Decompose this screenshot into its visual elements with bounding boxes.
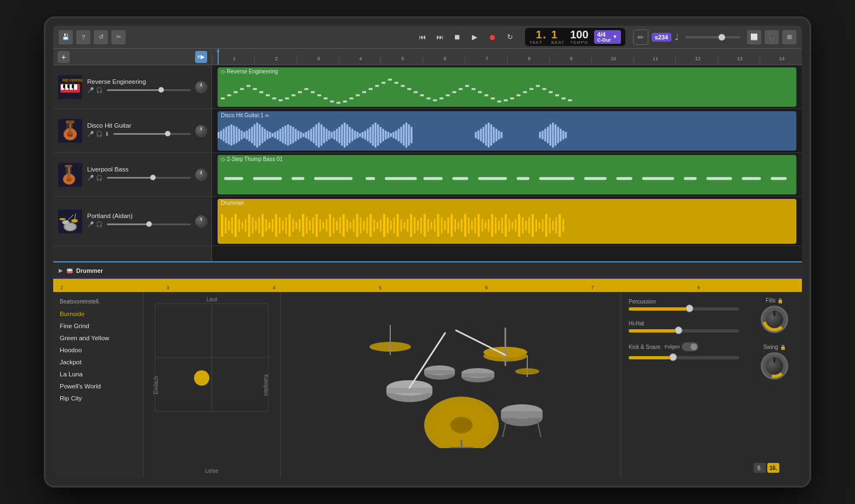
svg-rect-56 bbox=[337, 102, 340, 104]
track-item-liverpool-bass[interactable]: Liverpool Bass 🎤 🎧 bbox=[53, 153, 212, 197]
rewind-button[interactable]: ⏮ bbox=[414, 30, 430, 45]
drum-pad-area[interactable]: Laut Leise Einfach Komplex bbox=[144, 292, 281, 478]
add-track-button[interactable]: + bbox=[58, 51, 70, 63]
svg-rect-165 bbox=[403, 124, 405, 146]
headphone-icon-bass[interactable]: 🎧 bbox=[96, 175, 102, 181]
track-volume-guitar[interactable] bbox=[113, 133, 191, 135]
music-note-icon[interactable]: ♩ bbox=[675, 32, 679, 42]
svg-rect-210 bbox=[225, 217, 227, 233]
fills-knob[interactable] bbox=[761, 306, 788, 333]
track-pan-knob-portland[interactable] bbox=[195, 215, 207, 227]
svg-rect-241 bbox=[329, 214, 332, 237]
save-button[interactable]: 💾 bbox=[59, 30, 73, 44]
ruler-mark-13: 13 bbox=[717, 56, 760, 63]
track-volume-portland[interactable] bbox=[107, 224, 191, 225]
headphone-icon-guitar[interactable]: 🎧 bbox=[96, 131, 102, 137]
svg-rect-242 bbox=[333, 217, 335, 233]
track-filter-button[interactable]: ≡▶ bbox=[195, 51, 207, 63]
svg-rect-113 bbox=[269, 132, 271, 138]
beat-num-8[interactable]: 8. bbox=[754, 463, 766, 473]
track-item-disco-guitar[interactable]: Disco Hit Guitar 🎤 🎧 ⬇ bbox=[53, 109, 212, 153]
mic-icon-guitar[interactable]: 🎤 bbox=[87, 131, 94, 137]
svg-rect-106 bbox=[251, 127, 253, 144]
waveform-reverse[interactable]: ◇ Reverse Engineering bbox=[218, 67, 796, 107]
export-button[interactable]: ⬜ bbox=[747, 30, 761, 44]
svg-rect-256 bbox=[380, 219, 382, 232]
kick-snare-slider[interactable] bbox=[629, 356, 739, 359]
play-button[interactable]: ▶ bbox=[467, 30, 482, 45]
svg-rect-127 bbox=[305, 132, 307, 138]
svg-rect-162 bbox=[395, 131, 397, 140]
record-button[interactable]: ⏺ bbox=[485, 30, 500, 45]
swing-knob[interactable] bbox=[761, 352, 788, 380]
preset-la-luna[interactable]: La Luna bbox=[53, 368, 143, 380]
svg-rect-164 bbox=[400, 127, 402, 144]
track-pan-knob-guitar[interactable] bbox=[195, 125, 207, 137]
svg-rect-214 bbox=[238, 219, 241, 232]
svg-rect-308 bbox=[555, 217, 557, 233]
ruler-mark-9: 9 bbox=[549, 56, 591, 63]
track-pan-knob-bass[interactable] bbox=[195, 169, 207, 181]
svg-rect-274 bbox=[441, 217, 443, 233]
preset-rip-city[interactable]: Rip City bbox=[53, 392, 143, 404]
track-item-portland[interactable]: Portland (Aidan) 🎤 🎧 bbox=[53, 197, 212, 246]
preset-fine-grind[interactable]: Fine Grind bbox=[53, 320, 143, 332]
track-row-drummer: Drummer bbox=[212, 197, 802, 246]
preset-list: Beatsvoreinstell. Burnside Fine Grind Gr… bbox=[53, 292, 144, 478]
svg-rect-232 bbox=[299, 219, 301, 232]
help-button[interactable]: ? bbox=[76, 30, 90, 44]
percussion-slider[interactable] bbox=[629, 307, 739, 311]
waveform-guitar[interactable]: Disco Hit Guitar.1 ∞ /* SVG inline scrip… bbox=[218, 111, 796, 151]
hihat-slider[interactable] bbox=[629, 329, 739, 333]
preset-green-yellow[interactable]: Green and Yellow bbox=[53, 332, 143, 344]
svg-rect-227 bbox=[282, 220, 284, 230]
fastforward-button[interactable]: ⏭ bbox=[432, 30, 447, 45]
mic-icon[interactable]: 🎤 bbox=[87, 87, 94, 93]
preset-powells-world[interactable]: Powell's World bbox=[53, 380, 143, 392]
track-volume-reverse[interactable] bbox=[107, 89, 191, 91]
svg-rect-45 bbox=[266, 94, 270, 96]
track-volume-bass[interactable] bbox=[107, 177, 191, 179]
track-item-reverse-engineering[interactable]: REVERSE Reverse Engineering 🎤 🎧 bbox=[53, 65, 212, 109]
pencil-button[interactable]: ✏ bbox=[633, 30, 648, 45]
headphones-button[interactable]: 🎧 bbox=[765, 30, 779, 44]
svg-rect-99 bbox=[233, 125, 235, 144]
stop-button[interactable]: ⏹ bbox=[449, 30, 465, 45]
headphone-icon-portland[interactable]: 🎧 bbox=[96, 221, 102, 227]
svg-rect-63 bbox=[381, 82, 385, 83]
svg-rect-144 bbox=[349, 127, 351, 144]
scissors-button[interactable]: ✂ bbox=[111, 30, 126, 44]
svg-rect-97 bbox=[228, 125, 230, 144]
download-icon-guitar[interactable]: ⬇ bbox=[105, 131, 109, 137]
share-button[interactable]: ⊞ bbox=[782, 30, 796, 44]
svg-rect-224 bbox=[272, 219, 274, 232]
svg-rect-194 bbox=[314, 177, 352, 180]
swing-row: Swing 🔒 bbox=[754, 344, 795, 380]
laptop-screen: 💾 ? ↺ ✂ ⏮ ⏭ ⏹ ▶ ⏺ ↻ 1. 1 TAKT BEAT 100 bbox=[53, 26, 802, 478]
loop-button[interactable]: ↺ bbox=[94, 30, 108, 44]
preset-burnside[interactable]: Burnside bbox=[53, 308, 143, 320]
smart-controls-button[interactable]: s234 bbox=[652, 33, 671, 42]
svg-rect-78 bbox=[478, 91, 482, 93]
beat-num-16[interactable]: 16. bbox=[767, 463, 779, 473]
waveform-bass[interactable]: ◇ 2-Step Thump Bass 01 bbox=[218, 155, 796, 194]
dmark-6: 6 bbox=[483, 285, 590, 290]
cycle-button[interactable]: ↻ bbox=[502, 30, 517, 45]
svg-rect-72 bbox=[440, 98, 443, 99]
follow-toggle[interactable] bbox=[682, 342, 698, 351]
svg-rect-151 bbox=[367, 129, 369, 141]
svg-rect-259 bbox=[390, 220, 392, 230]
mic-icon-bass[interactable]: 🎤 bbox=[87, 175, 94, 181]
preset-jackpot[interactable]: Jackpot bbox=[53, 356, 143, 368]
svg-rect-282 bbox=[468, 217, 470, 233]
svg-rect-92 bbox=[568, 99, 572, 101]
svg-rect-326 bbox=[424, 370, 455, 374]
track-pan-knob-reverse[interactable] bbox=[195, 81, 207, 93]
svg-rect-157 bbox=[382, 129, 384, 141]
time-sig-display[interactable]: 4/4 C-Dur ▼ bbox=[594, 30, 621, 44]
preset-hoodoo[interactable]: Hoodoo bbox=[53, 344, 143, 356]
master-volume-slider[interactable] bbox=[686, 36, 740, 38]
mic-icon-portland[interactable]: 🎤 bbox=[87, 221, 94, 227]
waveform-drummer[interactable]: Drummer bbox=[218, 199, 796, 244]
headphone-icon[interactable]: 🎧 bbox=[96, 87, 102, 93]
